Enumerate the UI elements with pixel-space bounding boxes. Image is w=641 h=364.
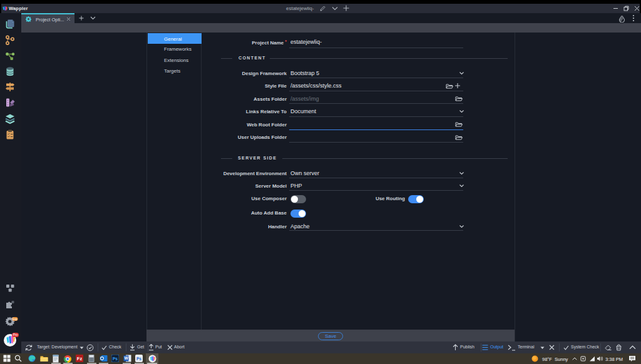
svg-text:W: W [124, 356, 128, 360]
svg-text:Ps: Ps [113, 356, 118, 361]
svg-text:Fz: Fz [77, 356, 83, 361]
svg-text:Exp: Exp [13, 318, 18, 321]
svg-text:Ps: Ps [136, 356, 141, 361]
svg-text:Pro: Pro [13, 333, 18, 336]
